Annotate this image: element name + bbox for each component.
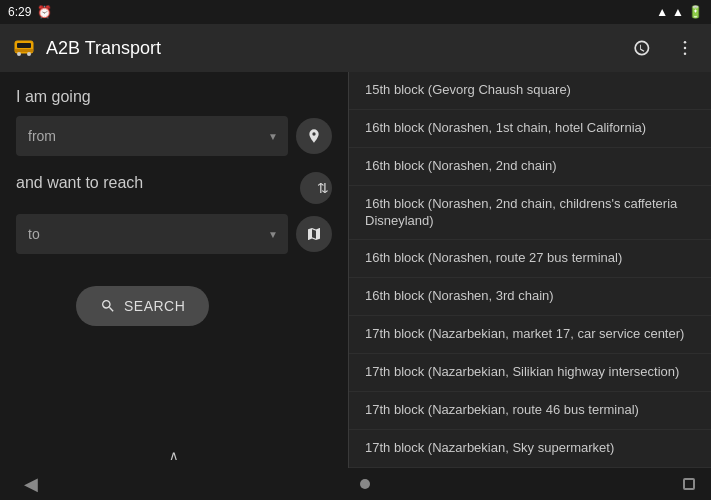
status-bar: 6:29 ⏰ ▲ ▲ 🔋 xyxy=(0,0,711,24)
list-item[interactable]: 17th block (Nazarbekian, Silikian highwa… xyxy=(349,354,711,392)
svg-point-6 xyxy=(684,47,687,50)
to-row: to ▼ xyxy=(16,214,332,254)
svg-rect-4 xyxy=(15,49,33,52)
signal-icon: ▲ xyxy=(672,5,684,19)
map-button[interactable] xyxy=(296,216,332,252)
chevron-up-icon: ∧ xyxy=(169,448,179,463)
from-select-container: from ▼ xyxy=(16,116,288,156)
to-placeholder: to xyxy=(28,226,40,242)
app-logo-icon xyxy=(12,36,36,60)
battery-icon: 🔋 xyxy=(688,5,703,19)
status-right: ▲ ▲ 🔋 xyxy=(656,5,703,19)
reach-section: and want to reach ⇅ to ▼ xyxy=(16,172,332,266)
svg-point-5 xyxy=(684,41,687,44)
bottom-nav: ◀ xyxy=(0,468,711,500)
search-button[interactable]: SEARCH xyxy=(76,286,209,326)
history-button[interactable] xyxy=(627,34,655,62)
home-indicator xyxy=(360,479,370,489)
going-label: I am going xyxy=(16,88,332,106)
search-icon xyxy=(100,298,116,314)
list-item[interactable]: 16th block (Norashen, 3rd chain) xyxy=(349,278,711,316)
to-dropdown-arrow: ▼ xyxy=(268,229,278,240)
location-button[interactable] xyxy=(296,118,332,154)
from-dropdown-arrow: ▼ xyxy=(268,131,278,142)
from-placeholder: from xyxy=(28,128,56,144)
list-item[interactable]: 16th block (Norashen, route 27 bus termi… xyxy=(349,240,711,278)
list-item[interactable]: 16th block (Norashen, 2nd chain) xyxy=(349,148,711,186)
svg-point-2 xyxy=(17,52,21,56)
menu-button[interactable] xyxy=(671,34,699,62)
status-left: 6:29 ⏰ xyxy=(8,5,52,19)
time-display: 6:29 xyxy=(8,5,31,19)
app-bar: A2B Transport xyxy=(0,24,711,72)
back-button[interactable]: ◀ xyxy=(16,469,46,499)
svg-point-3 xyxy=(27,52,31,56)
search-label: SEARCH xyxy=(124,298,185,314)
wifi-icon: ▲ xyxy=(656,5,668,19)
list-item[interactable]: 16th block (Norashen, 1st chain, hotel C… xyxy=(349,110,711,148)
main-layout: I am going from ▼ and want to reach ⇅ xyxy=(0,72,711,500)
app-bar-right xyxy=(627,34,699,62)
app-bar-left: A2B Transport xyxy=(12,36,161,60)
locations-list[interactable]: 15th block (Gevorg Chaush square)16th bl… xyxy=(349,72,711,500)
list-item[interactable]: 16th block (Norashen, 2nd chain, childre… xyxy=(349,186,711,241)
svg-point-7 xyxy=(684,53,687,56)
list-item[interactable]: 17th block (Nazarbekian, route 46 bus te… xyxy=(349,392,711,430)
recents-indicator xyxy=(683,478,695,490)
reach-label: and want to reach xyxy=(16,174,143,192)
list-item[interactable]: 15th block (Gevorg Chaush square) xyxy=(349,72,711,110)
alarm-icon: ⏰ xyxy=(37,5,52,19)
left-panel: I am going from ▼ and want to reach ⇅ xyxy=(0,72,348,500)
app-title: A2B Transport xyxy=(46,38,161,59)
list-item[interactable]: 17th block (Nazarbekian, Sky supermarket… xyxy=(349,430,711,468)
svg-rect-1 xyxy=(17,43,31,48)
swap-button[interactable]: ⇅ xyxy=(300,172,332,204)
to-select-container: to ▼ xyxy=(16,214,288,254)
list-item[interactable]: 17th block (Nazarbekian, market 17, car … xyxy=(349,316,711,354)
from-row: from ▼ xyxy=(16,116,332,156)
